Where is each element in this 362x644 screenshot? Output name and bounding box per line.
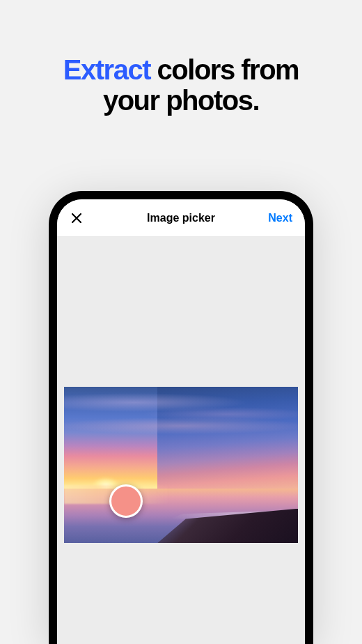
- nav-title: Image picker: [147, 212, 215, 224]
- promo-headline: Extract colors from your photos.: [0, 0, 362, 116]
- next-button[interactable]: Next: [268, 212, 292, 224]
- promo-line2: your photos.: [103, 85, 259, 116]
- phone-frame: Image picker Next: [49, 191, 313, 644]
- promo-line1-rest: colors from: [150, 54, 299, 85]
- photo-container[interactable]: [64, 387, 298, 543]
- selected-photo: [64, 387, 298, 543]
- phone-screen: Image picker Next: [57, 199, 305, 644]
- image-area: [57, 237, 305, 644]
- nav-bar: Image picker Next: [57, 199, 305, 237]
- close-icon: [71, 213, 82, 224]
- color-picker-handle[interactable]: [109, 484, 143, 518]
- promo-highlight-word: Extract: [63, 54, 150, 85]
- close-button[interactable]: [70, 211, 84, 225]
